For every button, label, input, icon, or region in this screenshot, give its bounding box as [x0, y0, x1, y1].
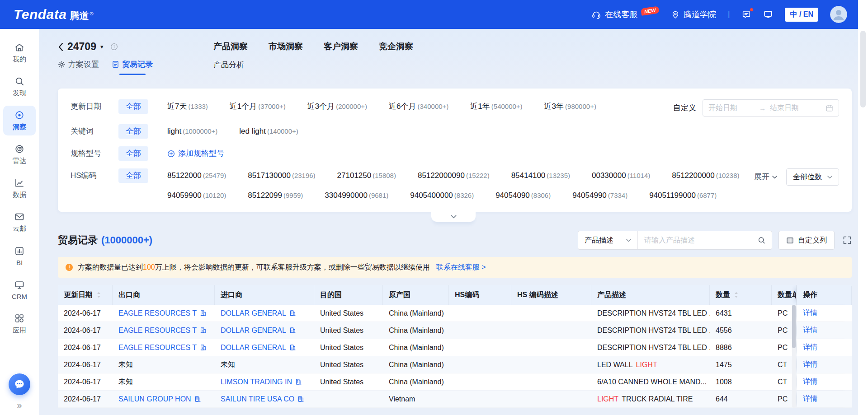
- page-scrollbar[interactable]: [858, 0, 868, 415]
- detail-link[interactable]: 详情: [803, 326, 817, 335]
- keyword-all-chip[interactable]: 全部: [118, 124, 148, 139]
- company-icon[interactable]: [297, 396, 304, 402]
- fullscreen-button[interactable]: [843, 236, 852, 245]
- date-range-picker[interactable]: →: [703, 99, 839, 117]
- console-icon-button[interactable]: [763, 9, 773, 19]
- sidebar-item-insight[interactable]: 洞察: [3, 106, 36, 135]
- page-scrollbar-thumb[interactable]: [860, 31, 866, 107]
- detail-link[interactable]: 详情: [803, 377, 817, 387]
- company-link[interactable]: DOLLAR GENERAL: [221, 344, 286, 352]
- feedback-icon-button[interactable]: [741, 9, 751, 19]
- filter-option[interactable]: 近7天(1333): [167, 99, 208, 114]
- filter-option[interactable]: 近3年(980000+): [544, 99, 596, 114]
- search-icon[interactable]: [757, 236, 766, 245]
- company-link[interactable]: DOLLAR GENERAL: [221, 326, 286, 335]
- date-all-chip[interactable]: 全部: [118, 99, 148, 114]
- filter-option[interactable]: 近1年(540000+): [470, 99, 522, 114]
- plan-tab-1[interactable]: 市场洞察: [269, 41, 303, 52]
- filter-option[interactable]: 85414100(13235): [511, 168, 570, 183]
- contact-service-link[interactable]: 联系在线客服 >: [436, 263, 486, 272]
- expand-toggle[interactable]: 展开: [754, 168, 777, 186]
- plan-tab-2[interactable]: 客户洞察: [324, 41, 358, 52]
- sidebar-collapse[interactable]: »: [17, 400, 22, 410]
- info-icon[interactable]: [110, 43, 118, 51]
- company-link[interactable]: EAGLE RESOURCES T: [118, 309, 197, 317]
- filter-option[interactable]: 近6个月(340000+): [389, 99, 448, 114]
- plan-tab-3[interactable]: 竞企洞察: [379, 41, 413, 52]
- sidebar-item-discover[interactable]: 发现: [3, 72, 36, 102]
- company-link[interactable]: DOLLAR GENERAL: [221, 309, 286, 317]
- company-icon[interactable]: [200, 310, 207, 317]
- plan-subtab-0[interactable]: 方案设置: [58, 59, 99, 75]
- company-link[interactable]: EAGLE RESOURCES T: [118, 326, 197, 335]
- plan-id[interactable]: 24709: [67, 41, 96, 53]
- company-link[interactable]: EAGLE RESOURCES T: [118, 344, 197, 352]
- company-icon[interactable]: [194, 396, 201, 402]
- filter-option[interactable]: 85122099(9959): [248, 188, 303, 203]
- table-scrollbar[interactable]: [792, 305, 796, 408]
- company-icon[interactable]: [200, 327, 207, 334]
- sidebar-item-my[interactable]: 我的: [3, 38, 36, 68]
- start-date-input[interactable]: [708, 104, 755, 112]
- plan-subtab-1[interactable]: 贸易记录: [112, 59, 153, 75]
- chat-fab[interactable]: [9, 373, 30, 395]
- tendata-logo[interactable]: Tendata 腾道 ®: [14, 7, 94, 22]
- plan-tab-0[interactable]: 产品洞察: [213, 41, 248, 52]
- sidebar-item-radar[interactable]: 雷达: [3, 140, 36, 169]
- search-category-select[interactable]: 产品描述: [578, 231, 638, 249]
- search-input[interactable]: [638, 231, 772, 249]
- sidebar-item-bi[interactable]: BI: [3, 241, 36, 271]
- filter-option[interactable]: 94054990(7334): [572, 188, 627, 203]
- company-link[interactable]: SAILUN GROUP HON: [118, 395, 191, 403]
- filter-option[interactable]: 94051199000(6877): [649, 188, 717, 203]
- sidebar-item-mail[interactable]: 云邮: [3, 207, 36, 237]
- sort-icon[interactable]: [96, 291, 101, 298]
- calendar-icon[interactable]: [826, 104, 833, 112]
- online-service-link[interactable]: 在线客服 NEW: [591, 9, 659, 20]
- filter-option[interactable]: 近1个月(37000+): [230, 99, 286, 114]
- col-header-0[interactable]: 更新日期: [58, 285, 113, 305]
- filter-option[interactable]: 8517130000(23196): [248, 168, 315, 183]
- spec-all-chip[interactable]: 全部: [118, 146, 148, 161]
- digits-select[interactable]: 全部位数: [786, 168, 839, 186]
- avatar[interactable]: [830, 6, 847, 23]
- sort-icon[interactable]: [734, 291, 739, 298]
- company-icon[interactable]: [289, 344, 296, 351]
- company-icon[interactable]: [289, 327, 296, 334]
- filter-option[interactable]: 27101250(15808): [337, 168, 396, 183]
- detail-link[interactable]: 详情: [803, 343, 817, 352]
- table-scrollbar-thumb[interactable]: [792, 305, 796, 348]
- filter-collapse-tab[interactable]: [431, 212, 476, 222]
- filter-option[interactable]: 85122000(25479): [167, 168, 226, 183]
- filter-option[interactable]: 94059900(10120): [167, 188, 226, 203]
- language-switch[interactable]: 中 / EN: [785, 8, 818, 22]
- custom-columns-button[interactable]: 自定义列: [778, 231, 835, 250]
- filter-option[interactable]: light(1000000+): [167, 124, 217, 139]
- filter-option[interactable]: 近3个月(200000+): [307, 99, 367, 114]
- plan-dropdown-caret[interactable]: ▾: [100, 43, 104, 50]
- sidebar-item-apps[interactable]: 应用: [3, 309, 36, 339]
- end-date-input[interactable]: [770, 104, 816, 112]
- company-link[interactable]: LIMSON TRADING IN: [221, 378, 292, 386]
- detail-link[interactable]: 详情: [803, 360, 817, 369]
- col-header-8[interactable]: 数量: [710, 285, 772, 305]
- filter-option[interactable]: 85122000090(15222): [418, 168, 490, 183]
- filter-option[interactable]: led light(140000+): [239, 124, 298, 139]
- company-link[interactable]: SAILUN TIRE USA CO: [221, 395, 294, 403]
- custom-date-label[interactable]: 自定义: [673, 99, 696, 117]
- add-spec-button[interactable]: 添加规格型号: [167, 146, 224, 161]
- filter-option[interactable]: 00330000(11014): [592, 168, 650, 183]
- hs-all-chip[interactable]: 全部: [118, 168, 148, 183]
- filter-option[interactable]: 3304990000(9681): [325, 188, 388, 203]
- filter-option[interactable]: 9405400000(8326): [410, 188, 474, 203]
- company-icon[interactable]: [295, 378, 302, 385]
- academy-link[interactable]: 腾道学院: [671, 9, 716, 20]
- detail-link[interactable]: 详情: [803, 394, 817, 404]
- detail-link[interactable]: 详情: [803, 308, 817, 318]
- back-button[interactable]: [58, 42, 63, 51]
- tab-product-analysis[interactable]: 产品分析: [213, 60, 244, 70]
- filter-option[interactable]: 8512200000(10238): [672, 168, 739, 183]
- sidebar-item-crm[interactable]: CRM: [3, 275, 36, 305]
- company-icon[interactable]: [200, 344, 207, 351]
- sidebar-item-data[interactable]: 数据: [3, 173, 36, 203]
